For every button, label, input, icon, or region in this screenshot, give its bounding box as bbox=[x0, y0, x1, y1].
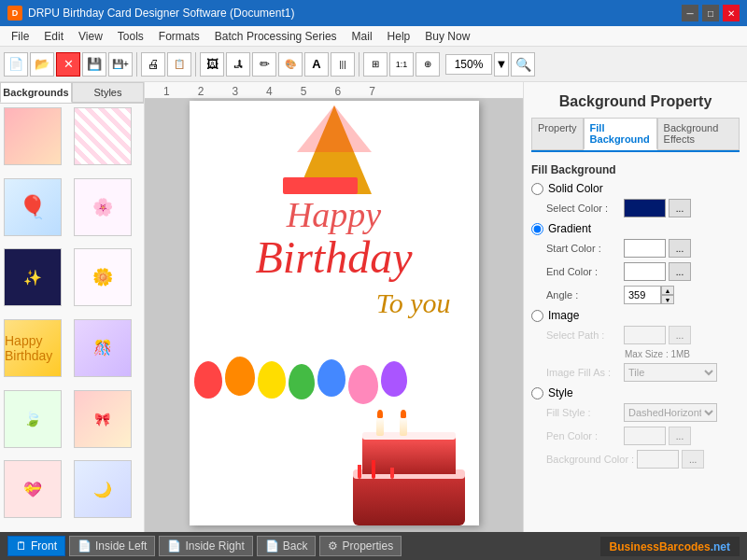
app-icon: D bbox=[7, 6, 22, 21]
thumbnail-2[interactable] bbox=[74, 107, 132, 165]
right-panel: Background Property Property Fill Backgr… bbox=[523, 82, 747, 532]
menu-help[interactable]: Help bbox=[380, 28, 418, 45]
zoom-100-button[interactable]: 1:1 bbox=[389, 52, 414, 77]
table-button[interactable]: ⊞ bbox=[363, 52, 388, 77]
path-browse[interactable]: ... bbox=[669, 326, 691, 344]
start-color-row: Start Color : ... bbox=[531, 239, 740, 258]
image-fill-select[interactable]: Tile bbox=[624, 363, 717, 382]
end-color-box[interactable] bbox=[624, 262, 666, 281]
maximize-button[interactable]: □ bbox=[702, 5, 719, 21]
draw-button[interactable]: ✏ bbox=[252, 52, 276, 77]
style-radio[interactable] bbox=[531, 387, 543, 399]
angle-up-button[interactable]: ▲ bbox=[661, 286, 674, 295]
inside-left-icon: 📄 bbox=[78, 539, 92, 553]
menu-formats[interactable]: Formats bbox=[151, 28, 207, 45]
thumbnail-12[interactable]: 🌙 bbox=[74, 460, 132, 518]
angle-spinner: 359 ▲ ▼ bbox=[624, 286, 674, 304]
menu-tools[interactable]: Tools bbox=[110, 28, 151, 45]
save-button[interactable]: 💾 bbox=[82, 52, 106, 77]
titlebar-controls[interactable]: ─ □ ✕ bbox=[682, 5, 740, 21]
thumbnail-1[interactable] bbox=[4, 107, 62, 165]
print-button[interactable]: 🖨 bbox=[141, 52, 165, 77]
birthday-text: Birthday bbox=[256, 231, 413, 283]
barcode-button[interactable]: ||| bbox=[331, 52, 355, 77]
image-label: Image bbox=[548, 309, 579, 322]
fill-bg-label: Fill Background bbox=[531, 163, 740, 176]
solid-color-radio[interactable] bbox=[531, 183, 543, 195]
image-fill-row: Image Fill As : Tile bbox=[531, 363, 740, 382]
start-color-label: Start Color : bbox=[546, 243, 621, 254]
titlebar-left: D DRPU Birthday Card Designer Software (… bbox=[7, 6, 294, 21]
bg-color-browse[interactable]: ... bbox=[682, 450, 704, 469]
thumbnail-10[interactable]: 🎀 bbox=[74, 390, 132, 448]
bg-color-label: Background Color : bbox=[546, 454, 634, 465]
zoom-input[interactable]: 150% bbox=[445, 54, 492, 75]
bottom-bar: 🗒 Front 📄 Inside Left 📄 Inside Right 📄 B… bbox=[0, 532, 747, 560]
menu-mail[interactable]: Mail bbox=[345, 28, 380, 45]
thumbnail-7[interactable]: Happy Birthday bbox=[4, 319, 62, 377]
bottom-tab-properties[interactable]: ⚙ Properties bbox=[319, 536, 402, 556]
cake bbox=[348, 404, 470, 525]
thumbnail-11[interactable]: 💝 bbox=[4, 460, 62, 518]
pen-color-browse[interactable]: ... bbox=[669, 427, 691, 445]
sep2 bbox=[195, 52, 196, 77]
tab-background-effects[interactable]: Background Effects bbox=[657, 118, 740, 150]
select-color-row: Select Color : ... bbox=[531, 199, 740, 217]
menu-file[interactable]: File bbox=[4, 28, 36, 45]
thumbnail-4[interactable]: 🌸 bbox=[74, 178, 132, 236]
angle-row: Angle : 359 ▲ ▼ bbox=[531, 286, 740, 304]
style-label: Style bbox=[548, 386, 573, 399]
minimize-button[interactable]: ─ bbox=[682, 5, 698, 21]
bottom-tab-back[interactable]: 📄 Back bbox=[257, 536, 317, 556]
text-button[interactable]: A bbox=[304, 52, 329, 77]
bottom-tab-front[interactable]: 🗒 Front bbox=[7, 536, 65, 556]
thumbnail-3[interactable]: 🎈 bbox=[4, 178, 62, 236]
fill-style-select[interactable]: DashedHorizontal bbox=[624, 403, 717, 422]
menu-buynow[interactable]: Buy Now bbox=[417, 28, 477, 45]
image2-button[interactable]: 🏞 bbox=[226, 52, 250, 77]
tab-backgrounds[interactable]: Backgrounds bbox=[0, 82, 72, 103]
zoom-out-button[interactable]: 🔍 bbox=[511, 52, 535, 77]
fill-button[interactable]: 🎨 bbox=[278, 52, 303, 77]
thumbnail-9[interactable]: 🍃 bbox=[4, 390, 62, 448]
solid-color-browse[interactable]: ... bbox=[669, 199, 691, 217]
end-color-browse[interactable]: ... bbox=[669, 262, 691, 281]
bottom-tab-inside-left[interactable]: 📄 Inside Left bbox=[69, 536, 155, 556]
thumbnail-6[interactable]: 🌼 bbox=[74, 248, 132, 306]
inside-right-label: Inside Right bbox=[185, 539, 244, 553]
print2-button[interactable]: 📋 bbox=[167, 52, 191, 77]
angle-input[interactable]: 359 bbox=[624, 286, 661, 304]
open-button[interactable]: 📂 bbox=[30, 52, 54, 77]
card-canvas: Happy Birthday To you bbox=[190, 101, 479, 525]
save-as-button[interactable]: 💾+ bbox=[108, 52, 133, 77]
ruler-top: 1234567 bbox=[145, 82, 523, 99]
inside-right-icon: 📄 bbox=[167, 539, 181, 553]
zoom-fit-button[interactable]: ⊕ bbox=[416, 52, 440, 77]
close-button[interactable]: ✕ bbox=[723, 5, 740, 21]
thumbnail-8[interactable]: 🎊 bbox=[74, 319, 132, 377]
solid-color-box[interactable] bbox=[624, 199, 666, 217]
tab-styles[interactable]: Styles bbox=[72, 82, 144, 103]
image-fill-label: Image Fill As : bbox=[546, 367, 621, 378]
solid-color-row: Solid Color bbox=[531, 182, 740, 195]
close-doc-button[interactable]: ✕ bbox=[56, 52, 80, 77]
back-label: Back bbox=[283, 539, 308, 553]
tab-fill-background[interactable]: Fill Background bbox=[584, 118, 657, 150]
left-panel: Backgrounds Styles 🎈 🌸 ✨ 🌼 Happy Birthda… bbox=[0, 82, 145, 532]
bottom-tab-inside-right[interactable]: 📄 Inside Right bbox=[159, 536, 252, 556]
balloons bbox=[194, 361, 407, 404]
gradient-radio[interactable] bbox=[531, 223, 543, 235]
start-color-box[interactable] bbox=[624, 239, 666, 258]
menu-batch[interactable]: Batch Processing Series bbox=[207, 28, 345, 45]
zoom-dropdown-button[interactable]: ▼ bbox=[494, 52, 509, 77]
image-radio[interactable] bbox=[531, 310, 543, 322]
thumbnail-5[interactable]: ✨ bbox=[4, 248, 62, 306]
start-color-browse[interactable]: ... bbox=[669, 239, 691, 258]
new-button[interactable]: 📄 bbox=[4, 52, 28, 77]
angle-down-button[interactable]: ▼ bbox=[661, 295, 674, 304]
menu-edit[interactable]: Edit bbox=[36, 28, 71, 45]
menu-view[interactable]: View bbox=[71, 28, 110, 45]
tab-property[interactable]: Property bbox=[531, 118, 584, 150]
image-button[interactable]: 🖼 bbox=[200, 52, 224, 77]
brand-text2: .net bbox=[711, 540, 730, 553]
